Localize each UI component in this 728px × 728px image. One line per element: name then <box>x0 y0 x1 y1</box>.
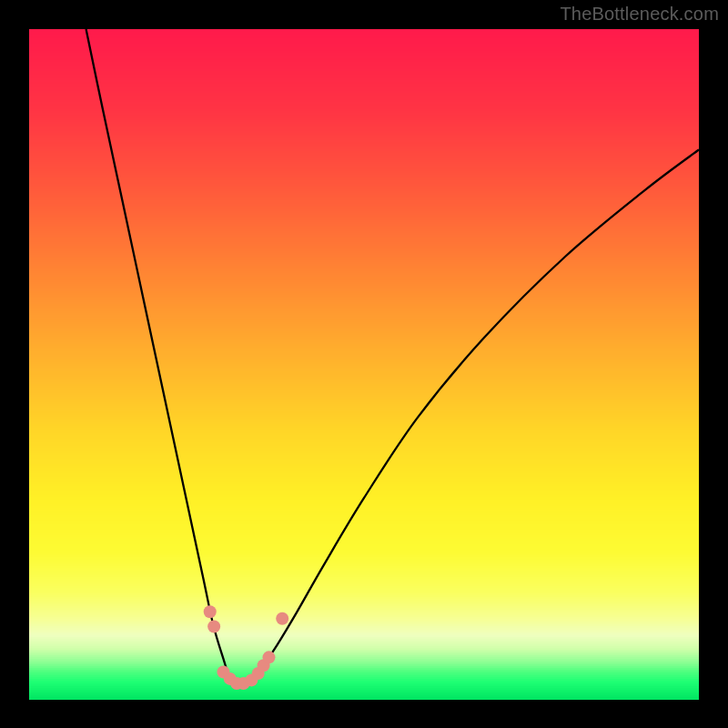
chart-frame: TheBottleneck.com <box>0 0 728 728</box>
data-marker <box>207 621 220 633</box>
data-marker <box>276 612 288 625</box>
curve-svg <box>29 29 699 699</box>
watermark-text: TheBottleneck.com <box>560 4 719 25</box>
chart-plot-area <box>29 29 699 699</box>
data-marker <box>262 651 275 663</box>
bottleneck-curve <box>86 29 699 686</box>
data-marker <box>204 605 217 618</box>
